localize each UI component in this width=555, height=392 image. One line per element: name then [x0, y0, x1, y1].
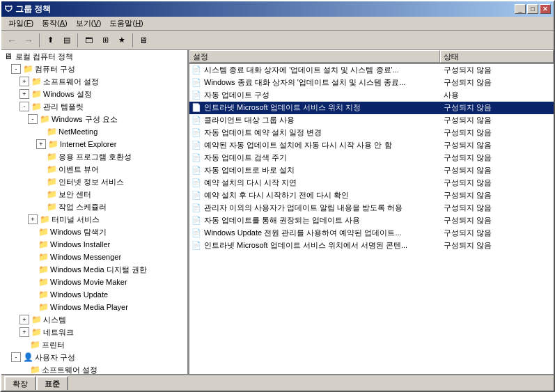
expander-software[interactable]: +: [19, 77, 29, 86]
options-button[interactable]: 🖥: [136, 33, 151, 48]
tree-item-local-comp[interactable]: 🖥 로컬 컴퓨터 정책: [1, 50, 187, 63]
tree-item-network[interactable]: + 📁 네트워크: [1, 326, 187, 338]
list-pane: 설정 상태 📄 시스템 종료 대화 상자에 '업데이트 설치 및 시스템 종료'…: [189, 50, 554, 374]
list-row[interactable]: 📄 자동 업데이트로 바로 설치 구성되지 않음: [189, 164, 554, 177]
tree-item-system[interactable]: + 📁 시스템: [1, 313, 187, 326]
toolbar-sep-3: [132, 33, 133, 47]
folder-icon: 📁: [38, 264, 49, 275]
expander-user[interactable]: -: [11, 352, 21, 362]
row-state: 구성되지 않음: [444, 152, 552, 163]
list-row[interactable]: 📄 인트라넷 Microsoft 업데이트 서비스 위치에서 서명된 콘텐...…: [189, 240, 554, 252]
folder-icon: 📁: [46, 176, 57, 187]
close-button[interactable]: ✕: [540, 4, 551, 14]
list-row[interactable]: 📄 클라이언트 대상 그룹 사용 구성되지 않음: [189, 114, 554, 127]
expander-system[interactable]: +: [19, 315, 29, 324]
list-row-selected[interactable]: 📄 인트라넷 Microsoft 업데이트 서비스 위치 지정 구성되지 않음: [189, 102, 554, 114]
folder-icon: 📁: [29, 364, 40, 374]
folder-icon: 📁: [39, 214, 50, 225]
showhide-button[interactable]: ▤: [59, 33, 75, 48]
up-button[interactable]: ⬆: [42, 33, 58, 48]
tree-item-user-config[interactable]: - 👤 사용자 구성: [1, 351, 187, 363]
tree-item-software-settings[interactable]: + 📁 소프트웨어 설정: [1, 75, 187, 88]
menu-action[interactable]: 동작(A): [38, 17, 72, 30]
tree-item-windows-components[interactable]: - 📁 Windows 구성 요소: [1, 113, 187, 125]
tree-item-windows-movie[interactable]: 📁 Windows Movie Maker: [1, 276, 187, 288]
expander-network[interactable]: +: [19, 327, 29, 337]
toolbar-sep-1: [39, 33, 40, 47]
expander-computer[interactable]: -: [11, 64, 21, 74]
expander-win-comp[interactable]: -: [28, 114, 38, 124]
tree-item-internet-explorer[interactable]: + 📁 Internet Explorer: [1, 138, 187, 150]
menu-view[interactable]: 보기(V): [72, 17, 106, 30]
tree-item-user-software[interactable]: 📁 소프트웨어 설정: [1, 363, 187, 374]
back-button[interactable]: ←: [4, 33, 19, 48]
folder-icon: 📁: [31, 88, 42, 100]
tree-item-windows-settings[interactable]: + 📁 Windows 설정: [1, 88, 187, 100]
list-row[interactable]: 📄 Windows 종료 대화 상자의 '업데이트 설치 및 시스템 종료...…: [189, 77, 554, 89]
list-row[interactable]: 📄 자동 업데이트 예약 설치 일정 변경 구성되지 않음: [189, 127, 554, 139]
folder-icon: 📁: [22, 63, 33, 75]
folder-icon: 📁: [46, 151, 57, 162]
tree-item-windows-media-player[interactable]: 📁 Windows Media Player: [1, 301, 187, 313]
list-row[interactable]: 📄 예약 설치 후 다시 시작하기 전에 다시 확인 구성되지 않음: [189, 189, 554, 202]
forward-button[interactable]: →: [21, 33, 36, 48]
tree-item-netmeeting[interactable]: 📁 NetMeeting: [1, 125, 187, 138]
row-setting: 인트라넷 Microsoft 업데이트 서비스 위치에서 서명된 콘텐...: [204, 240, 444, 251]
tree-item-windows-installer[interactable]: 📁 Windows Installer: [1, 238, 187, 251]
titlebar: 🛡 그룹 정책 _ □ ✕: [1, 1, 554, 17]
row-state: 구성되지 않음: [444, 140, 552, 150]
list-header: 설정 상태: [189, 50, 554, 64]
toolbar: ← → ⬆ ▤ 🗔 ⊞ ★ 🖥: [1, 31, 554, 50]
tree-item-terminal[interactable]: + 📁 터미널 서비스: [1, 213, 187, 226]
tree-item-printer[interactable]: 📁 프린터: [1, 338, 187, 351]
tree-item-windows-messenger[interactable]: 📁 Windows Messenger: [1, 251, 187, 263]
folder-icon: 📁: [38, 289, 49, 300]
fav-button[interactable]: ★: [114, 33, 130, 48]
row-setting: 예약된 자동 업데이트 설치에 자동 다시 시작 사용 안 함: [204, 140, 444, 150]
list-row[interactable]: 📄 예약된 자동 업데이트 설치에 자동 다시 시작 사용 안 함 구성되지 않…: [189, 139, 554, 152]
tree-item-event-viewer[interactable]: 📁 이벤트 뷰어: [1, 163, 187, 175]
row-state: 구성되지 않음: [444, 240, 552, 251]
tree-item-win-explorer[interactable]: 📁 Windows 탐색기: [1, 226, 187, 238]
list-row[interactable]: 📄 예약 설치의 다시 시작 지연 구성되지 않음: [189, 177, 554, 189]
list-row[interactable]: 📄 시스템 종료 대화 상자에 '업데이트 설치 및 시스템 종료'... 구성…: [189, 64, 554, 77]
expander-ie[interactable]: +: [36, 139, 46, 149]
newwindow-button[interactable]: 🗔: [81, 33, 96, 48]
tree-item-computer-config[interactable]: - 📁 컴퓨터 구성: [1, 63, 187, 75]
maximize-button[interactable]: □: [527, 4, 538, 14]
user-icon: 👤: [22, 352, 33, 363]
list-row[interactable]: 📄 자동 업데이트 검색 주기 구성되지 않음: [189, 152, 554, 164]
properties-button[interactable]: ⊞: [97, 33, 113, 48]
row-icon: 📄: [191, 152, 202, 164]
row-icon: 📄: [191, 240, 202, 251]
tree-item-app-compat[interactable]: 📁 응용 프로그램 호환성: [1, 150, 187, 163]
col-header-setting[interactable]: 설정: [189, 50, 440, 63]
expander-win-settings[interactable]: +: [19, 89, 29, 99]
row-setting: 인트라넷 Microsoft 업데이트 서비스 위치 지정: [204, 102, 444, 113]
col-header-state[interactable]: 상태: [440, 50, 554, 63]
minimize-button[interactable]: _: [515, 4, 526, 14]
expander-terminal[interactable]: +: [28, 214, 38, 224]
tab-standard[interactable]: 표준: [36, 376, 68, 390]
row-setting: 자동 업데이트를 통해 권장되는 업데이트 사용: [204, 215, 444, 226]
tree-item-windows-media-drm[interactable]: 📁 Windows Media 디지털 권한: [1, 263, 187, 276]
expander-admin[interactable]: -: [19, 102, 29, 111]
row-icon: 📄: [191, 203, 202, 214]
list-row[interactable]: 📄 자동 업데이트 구성 사용: [189, 89, 554, 102]
row-icon: 📄: [191, 190, 202, 201]
folder-icon: 📁: [38, 226, 49, 237]
folder-icon: 📁: [47, 139, 58, 150]
row-icon: 📄: [191, 102, 202, 113]
tree-item-windows-update[interactable]: 📁 Windows Update: [1, 288, 187, 301]
list-row[interactable]: 📄 Windows Update 전원 관리를 사용하여 예약된 업데이트...…: [189, 227, 554, 240]
tree-item-admin-templates[interactable]: - 📁 관리 템플릿: [1, 100, 187, 113]
list-row[interactable]: 📄 관리자 이외의 사용자가 업데이트 알림 내용을 받도록 허용 구성되지 않…: [189, 202, 554, 214]
row-icon: 📄: [191, 165, 202, 176]
tree-item-task-scheduler[interactable]: 📁 작업 스케쥴러: [1, 201, 187, 213]
tree-item-security[interactable]: 📁 보안 센터: [1, 188, 187, 201]
menu-file[interactable]: 파일(F): [4, 17, 38, 30]
menu-help[interactable]: 도움말(H): [105, 17, 147, 30]
tree-item-internet-info[interactable]: 📁 인터넷 정보 서비스: [1, 175, 187, 188]
list-row[interactable]: 📄 자동 업데이트를 통해 권장되는 업데이트 사용 구성되지 않음: [189, 214, 554, 227]
tab-extended[interactable]: 확장: [4, 376, 36, 390]
